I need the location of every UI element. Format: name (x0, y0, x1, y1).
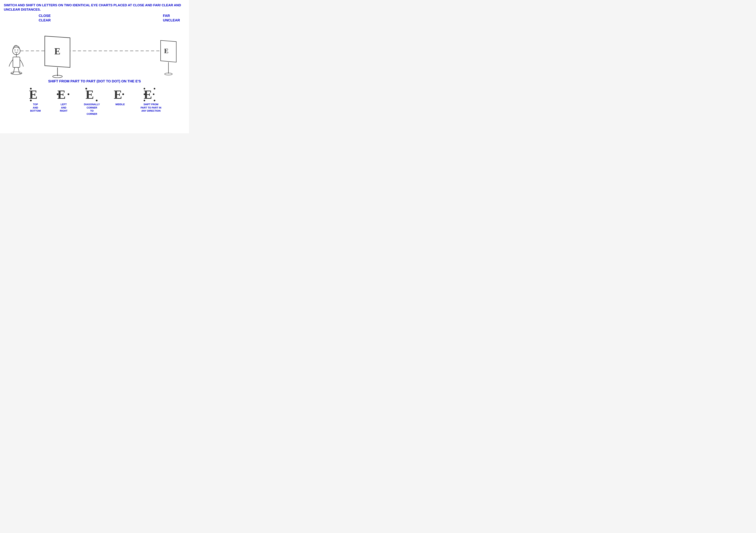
main-illustration: E E (4, 22, 189, 78)
svg-point-19 (30, 100, 32, 101)
e-svg-left-right: E (55, 86, 72, 102)
svg-point-31 (144, 93, 145, 95)
svg-text:E: E (164, 47, 169, 55)
svg-point-22 (68, 93, 69, 95)
svg-point-18 (30, 88, 32, 90)
far-label: FAR UNCLEAR (163, 13, 180, 22)
svg-point-25 (96, 100, 97, 101)
svg-point-5 (17, 50, 18, 50)
shift-instruction: SHIFT FROM PART TO PART (DOT TO DOT) ON … (4, 79, 185, 83)
page: SWITCH AND SHIFT ON LETTERS ON TWO IDENT… (0, 0, 189, 133)
svg-point-33 (144, 100, 145, 101)
e-svg-shift-all: E (142, 86, 160, 102)
e-svg-top-bottom: E (27, 86, 44, 102)
e-label-left-right: LEFTANDRIGHT (60, 103, 68, 112)
svg-point-30 (154, 88, 155, 89)
page-title: SWITCH AND SHIFT ON LETTERS ON TWO IDENT… (4, 3, 185, 12)
svg-point-32 (153, 93, 154, 95)
svg-point-34 (154, 100, 155, 101)
e-diagrams-row: E TOPANDBOTTOM E LEFTANDRI (4, 86, 185, 116)
svg-line-7 (18, 67, 19, 73)
e-item-top-bottom: E TOPANDBOTTOM (24, 86, 47, 112)
svg-text:E: E (114, 88, 122, 101)
illustration-area: CLOSE CLEAR FAR UNCLEAR (4, 13, 185, 78)
svg-text:E: E (86, 88, 94, 101)
e-svg-diagonal: E (83, 86, 101, 102)
e-item-middle: E MIDDLE (109, 86, 131, 106)
svg-rect-1 (13, 57, 20, 67)
svg-point-0 (11, 72, 22, 74)
e-label-diagonal: DIAGONALLYCORNERTOCORNER (84, 103, 100, 116)
e-item-shift-all: E SHIFT FROMPART TO PART INANY DIRECTION (137, 86, 165, 112)
svg-point-24 (85, 88, 87, 90)
e-label-shift-all: SHIFT FROMPART TO PART INANY DIRECTION (141, 103, 161, 112)
e-item-diagonal: E DIAGONALLYCORNERTOCORNER (81, 86, 103, 116)
svg-point-4 (14, 50, 15, 50)
svg-text:E: E (57, 88, 66, 101)
svg-text:E: E (54, 46, 61, 56)
svg-line-6 (14, 67, 14, 73)
svg-point-21 (57, 93, 59, 95)
svg-point-29 (144, 88, 145, 89)
e-label-top-bottom: TOPANDBOTTOM (30, 103, 40, 112)
e-label-middle: MIDDLE (116, 103, 125, 106)
e-svg-middle: E (112, 86, 129, 102)
svg-point-27 (122, 93, 124, 95)
svg-text:E: E (29, 88, 38, 101)
e-item-left-right: E LEFTANDRIGHT (52, 86, 75, 112)
close-label: CLOSE CLEAR (39, 13, 51, 22)
